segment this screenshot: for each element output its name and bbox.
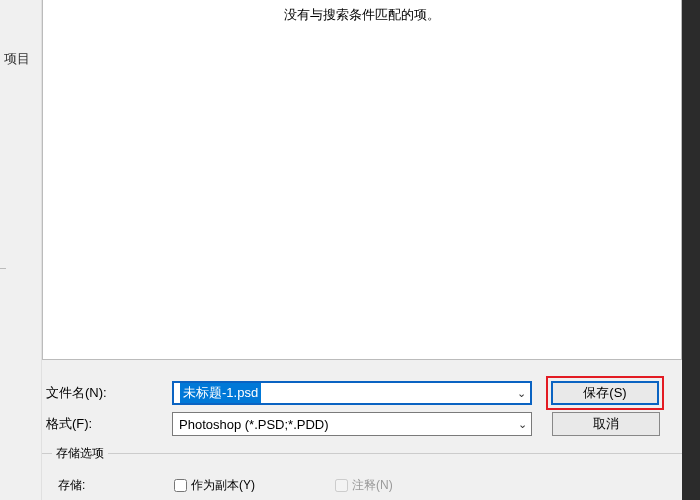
main-area: 没有与搜索条件匹配的项。 文件名(N): 未标题-1.psd ⌄ 保存(S) 格… <box>42 0 682 500</box>
left-sidebar: 项目 <box>0 0 42 500</box>
storage-options-group: 存储选项 存储: 作为副本(Y) 注释(N) <box>42 453 682 500</box>
storage-legend: 存储选项 <box>52 445 108 462</box>
format-row: 格式(F): Photoshop (*.PSD;*.PDD) ⌄ 取消 <box>42 412 682 436</box>
right-dark-strip <box>682 0 700 500</box>
storage-body: 存储: 作为副本(Y) 注释(N) <box>42 454 682 500</box>
as-copy-input[interactable] <box>174 479 187 492</box>
annotations-label: 注释(N) <box>352 477 393 494</box>
save-button[interactable]: 保存(S) <box>551 381 659 405</box>
filename-value: 未标题-1.psd <box>180 383 261 403</box>
annotations-checkbox: 注释(N) <box>335 477 393 494</box>
format-combobox[interactable]: Photoshop (*.PSD;*.PDD) ⌄ <box>172 412 532 436</box>
chevron-down-icon: ⌄ <box>517 387 526 400</box>
file-list-pane[interactable]: 没有与搜索条件匹配的项。 <box>42 0 682 360</box>
storage-label: 存储: <box>58 477 174 494</box>
chevron-down-icon: ⌄ <box>518 418 527 431</box>
bottom-panel: 文件名(N): 未标题-1.psd ⌄ 保存(S) 格式(F): Photosh… <box>42 360 682 500</box>
save-button-highlight: 保存(S) <box>546 376 664 410</box>
sidebar-separator <box>0 268 6 269</box>
empty-results-message: 没有与搜索条件匹配的项。 <box>43 0 681 24</box>
format-label: 格式(F): <box>44 415 172 433</box>
annotations-input <box>335 479 348 492</box>
cancel-button[interactable]: 取消 <box>552 412 660 436</box>
as-copy-label: 作为副本(Y) <box>191 477 255 494</box>
sidebar-label: 项目 <box>4 50 30 68</box>
filename-combobox[interactable]: 未标题-1.psd ⌄ <box>172 381 532 405</box>
as-copy-checkbox[interactable]: 作为副本(Y) <box>174 477 255 494</box>
filename-label: 文件名(N): <box>44 384 172 402</box>
filename-row: 文件名(N): 未标题-1.psd ⌄ 保存(S) <box>42 376 682 410</box>
format-value: Photoshop (*.PSD;*.PDD) <box>179 417 329 432</box>
